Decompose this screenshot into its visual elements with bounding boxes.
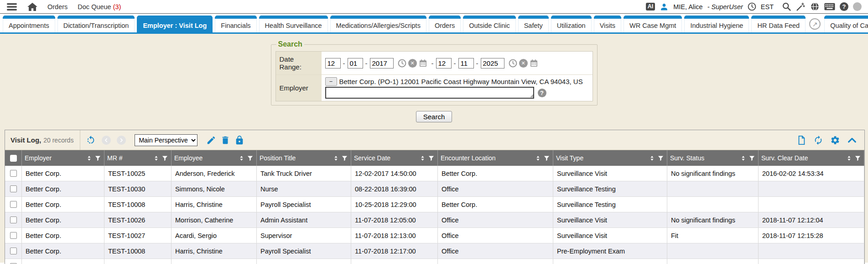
- module-tab[interactable]: Industrial Hygiene: [684, 16, 749, 32]
- column-header-mr[interactable]: MR #: [104, 150, 172, 166]
- to-calendar-icon[interactable]: [530, 59, 538, 68]
- filter-icon[interactable]: [341, 155, 348, 162]
- filter-icon[interactable]: [94, 155, 101, 162]
- avatar[interactable]: [853, 2, 862, 11]
- tab-accent-cap: [684, 16, 749, 19]
- next-page-icon[interactable]: [117, 136, 126, 145]
- prev-page-icon[interactable]: [102, 136, 111, 145]
- hamburger-menu-icon[interactable]: [6, 2, 17, 11]
- orders-link[interactable]: Orders: [47, 3, 68, 11]
- search-button[interactable]: Search: [416, 111, 452, 122]
- from-year-input[interactable]: [370, 58, 394, 69]
- to-month-input[interactable]: [436, 58, 452, 69]
- export-document-icon[interactable]: [796, 135, 806, 145]
- module-tab[interactable]: Appointments: [3, 16, 55, 32]
- sort-icon[interactable]: [333, 155, 339, 162]
- employer-search-input[interactable]: [325, 87, 534, 99]
- row-checkbox[interactable]: [10, 216, 17, 223]
- search-icon[interactable]: [782, 2, 791, 11]
- column-header-employee[interactable]: Employee: [172, 150, 257, 166]
- filter-icon[interactable]: [854, 155, 861, 162]
- sort-icon[interactable]: [419, 155, 426, 162]
- resize-handle[interactable]: [530, 94, 533, 97]
- row-checkbox[interactable]: [10, 170, 17, 177]
- open-new-window-icon[interactable]: ↗: [809, 18, 821, 30]
- employer-help-icon[interactable]: ?: [538, 89, 546, 97]
- to-time-icon[interactable]: [509, 59, 517, 68]
- perspective-select[interactable]: Main Perspective: [135, 134, 198, 146]
- module-tab[interactable]: Quality of Care: [824, 16, 868, 32]
- module-tab[interactable]: Financials: [215, 16, 256, 32]
- clock-icon[interactable]: [748, 2, 756, 11]
- module-tab[interactable]: Orders: [429, 16, 461, 32]
- table-row[interactable]: Better Corp. TEST-10030 Simmons, Nicole …: [5, 181, 864, 197]
- delete-perspective-icon[interactable]: [220, 135, 230, 145]
- keyboard-icon[interactable]: [824, 2, 835, 11]
- module-tab[interactable]: Outside Clinic: [463, 16, 515, 32]
- column-header-position[interactable]: Position Title: [257, 150, 351, 166]
- column-header-service-date[interactable]: Service Date: [351, 150, 438, 166]
- column-header-employer[interactable]: Employer: [22, 150, 104, 166]
- table-row[interactable]: Better Corp. TEST-10027 Acardi, Sergio S…: [5, 228, 864, 243]
- from-clear-icon[interactable]: ✕: [408, 59, 417, 68]
- module-tab[interactable]: WR Case Mgmt: [624, 16, 682, 32]
- user-menu[interactable]: MIE, Alice - SuperUser: [673, 3, 743, 11]
- help-icon[interactable]: ?: [840, 2, 848, 11]
- from-month-input[interactable]: [325, 58, 341, 69]
- row-checkbox[interactable]: [10, 201, 17, 208]
- to-clear-icon[interactable]: ✕: [519, 59, 528, 68]
- to-day-input[interactable]: [458, 58, 474, 69]
- row-checkbox[interactable]: [10, 232, 17, 239]
- column-header-visit-type[interactable]: Visit Type: [553, 150, 667, 166]
- module-tab[interactable]: HR Data Feed: [751, 16, 806, 32]
- module-tab[interactable]: Dictation/Transcription: [57, 16, 135, 32]
- doc-queue-link[interactable]: Doc Queue(3): [78, 3, 121, 11]
- module-tab[interactable]: Employer : Visit Log: [137, 16, 213, 32]
- sort-icon[interactable]: [846, 155, 852, 162]
- row-checkbox[interactable]: [10, 185, 17, 192]
- select-all-checkbox[interactable]: [10, 155, 17, 162]
- refresh-icon[interactable]: [813, 135, 823, 145]
- module-tab[interactable]: Health Surveillance: [259, 16, 328, 32]
- filter-icon[interactable]: [748, 155, 755, 162]
- sort-icon[interactable]: [153, 155, 160, 162]
- cell-surv-clear-date: 2018-11-07 12:15:28: [759, 228, 864, 243]
- table-row[interactable]: Better Corp. TEST-10025 Anderson, Freder…: [5, 166, 864, 181]
- table-row[interactable]: Better Corp. TEST-10008 Harris, Christin…: [5, 197, 864, 212]
- module-tab[interactable]: Utilization: [551, 16, 592, 32]
- sort-icon[interactable]: [740, 155, 747, 162]
- to-year-input[interactable]: [481, 58, 504, 69]
- module-tab[interactable]: Visits: [594, 16, 621, 32]
- ai-badge[interactable]: AI: [646, 3, 655, 11]
- sort-icon[interactable]: [649, 155, 655, 162]
- column-header-encounter-location[interactable]: Encounter Location: [438, 150, 553, 166]
- settings-gear-icon[interactable]: [830, 135, 840, 145]
- table-row[interactable]: Better Corp. TEST-10028 Garza, Inez Dist…: [5, 259, 864, 264]
- filter-icon[interactable]: [161, 155, 168, 162]
- magic-wand-icon[interactable]: [796, 2, 806, 11]
- module-tab[interactable]: Medications/Allergies/Scripts: [330, 16, 426, 32]
- filter-icon[interactable]: [247, 155, 254, 162]
- sort-icon[interactable]: [86, 155, 93, 162]
- column-header-surv-status[interactable]: Surv. Status: [667, 150, 759, 166]
- from-calendar-icon[interactable]: [419, 59, 427, 68]
- collapse-grid-icon[interactable]: [847, 135, 857, 145]
- filter-icon[interactable]: [657, 155, 664, 162]
- lock-perspective-icon[interactable]: [234, 135, 244, 145]
- employer-collapse-button[interactable]: −: [325, 77, 337, 86]
- filter-icon[interactable]: [543, 155, 550, 162]
- home-icon[interactable]: [27, 2, 37, 11]
- from-day-input[interactable]: [348, 58, 363, 69]
- row-checkbox[interactable]: [10, 248, 17, 254]
- column-header-surv-clear-date[interactable]: Surv. Clear Date: [759, 150, 864, 166]
- sort-icon[interactable]: [535, 155, 541, 162]
- table-row[interactable]: Better Corp. TEST-10026 Morrison, Cather…: [5, 212, 864, 228]
- table-row[interactable]: Better Corp. TEST-10008 Harris, Christin…: [5, 243, 864, 259]
- from-time-icon[interactable]: [398, 59, 406, 68]
- reset-view-icon[interactable]: [86, 135, 96, 145]
- filter-icon[interactable]: [428, 155, 435, 162]
- module-tab[interactable]: Safety: [518, 16, 549, 32]
- globe-icon[interactable]: [810, 2, 820, 11]
- edit-perspective-icon[interactable]: [206, 135, 216, 145]
- sort-icon[interactable]: [238, 155, 245, 162]
